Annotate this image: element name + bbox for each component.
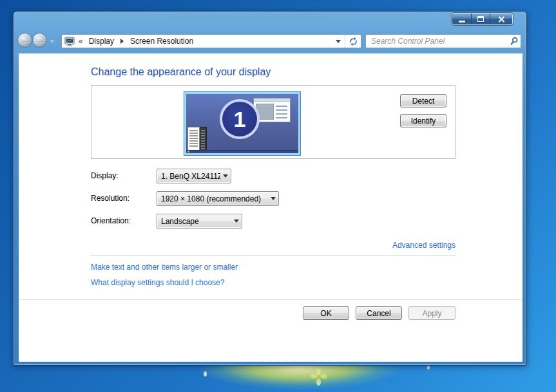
section-divider — [91, 255, 455, 256]
start-menu-thumbnail — [187, 127, 207, 151]
close-button[interactable] — [490, 14, 512, 24]
breadcrumb-separator-icon[interactable] — [120, 39, 124, 44]
forward-button[interactable]: → — [32, 33, 47, 48]
display-select-value: 1. BenQ XL2411Z — [157, 172, 220, 181]
start-orb-icon — [187, 151, 189, 153]
refresh-button[interactable] — [345, 35, 361, 48]
cancel-button[interactable]: Cancel — [356, 306, 402, 320]
display-label: Display: — [91, 169, 119, 183]
maximize-button[interactable] — [471, 14, 490, 24]
monitor-1-preview[interactable]: 1 — [184, 91, 301, 156]
search-icon[interactable] — [508, 35, 521, 48]
minimize-button[interactable] — [452, 14, 471, 24]
ok-button[interactable]: OK — [303, 306, 349, 320]
address-bar[interactable]: « Display Screen Resolution — [61, 34, 361, 48]
advanced-settings-link[interactable]: Advanced settings — [392, 241, 455, 250]
search-box — [365, 34, 521, 48]
monitor-screen: 1 — [186, 94, 298, 153]
apply-button[interactable]: Apply — [408, 306, 455, 320]
resolution-select-value: 1920 × 1080 (recommended) — [157, 194, 268, 203]
address-dropdown-button[interactable] — [332, 35, 345, 48]
minimize-icon — [459, 21, 465, 23]
chevron-down-icon — [268, 197, 278, 200]
forward-arrow-icon: → — [35, 35, 44, 45]
breadcrumb-item-display[interactable]: Display — [86, 37, 117, 46]
make-text-larger-link[interactable]: Make text and other items larger or smal… — [91, 263, 238, 272]
recent-pages-dropdown[interactable] — [50, 40, 55, 43]
monitor-number-badge: 1 — [220, 99, 260, 139]
chevron-down-icon — [336, 40, 341, 43]
resolution-label: Resolution: — [91, 191, 129, 206]
page-title: Change the appearance of your display — [91, 66, 271, 78]
taskbar-thumbnail — [186, 150, 298, 153]
chevron-down-icon — [220, 174, 231, 178]
screen-resolution-window: ← → « Display Screen Resolution — [13, 11, 527, 366]
display-icon — [64, 36, 75, 46]
refresh-icon — [349, 37, 358, 46]
back-button[interactable]: ← — [17, 33, 32, 48]
window-caption-buttons — [452, 13, 513, 25]
detect-button[interactable]: Detect — [400, 94, 446, 107]
breadcrumb-item-screen-resolution[interactable]: Screen Resolution — [128, 37, 196, 46]
monitor-number: 1 — [234, 107, 246, 132]
identify-button[interactable]: Identify — [400, 114, 446, 127]
breadcrumb-overflow-chevron[interactable]: « — [79, 37, 83, 46]
client-area: Change the appearance of your display 1 — [19, 53, 522, 362]
orientation-label: Orientation: — [91, 214, 131, 229]
maximize-icon — [477, 16, 484, 22]
back-arrow-icon: ← — [21, 35, 29, 45]
orientation-select[interactable]: Landscape — [157, 214, 242, 229]
close-icon — [498, 16, 505, 23]
footer-divider — [19, 299, 522, 300]
search-input[interactable] — [366, 37, 508, 46]
display-select[interactable]: 1. BenQ XL2411Z — [157, 169, 231, 183]
resolution-select[interactable]: 1920 × 1080 (recommended) — [157, 191, 279, 206]
chevron-down-icon — [231, 219, 242, 223]
display-settings-help-link[interactable]: What display settings should I choose? — [91, 278, 224, 287]
orientation-select-value: Landscape — [157, 217, 231, 226]
